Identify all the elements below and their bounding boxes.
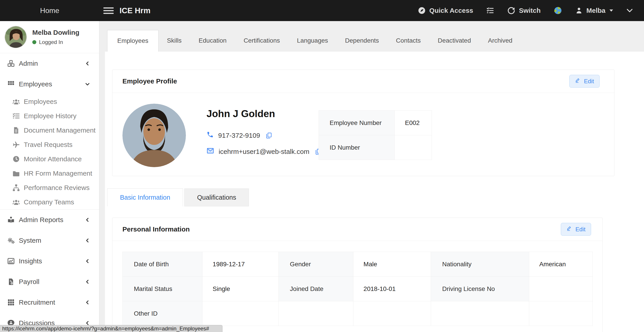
- field-label: Other ID: [123, 301, 202, 326]
- employee-photo: [122, 104, 186, 167]
- sidebar-subitem-hr-form-management[interactable]: HR Form Management: [0, 166, 99, 181]
- field-label: ID Number: [319, 135, 395, 160]
- sidebar-item-recruitment[interactable]: Recruitment: [0, 292, 99, 313]
- user-icon: [575, 7, 583, 14]
- chevron-left-icon: [85, 217, 90, 222]
- employee-phone[interactable]: 917-372-9109: [218, 132, 260, 139]
- field-label: Marital Status: [123, 277, 202, 301]
- sidebar-item-admin[interactable]: Admin: [0, 53, 99, 74]
- tab-qualifications[interactable]: Qualifications: [184, 188, 249, 206]
- logged-in-dot: [32, 40, 36, 44]
- sidebar-subitem-employee-history[interactable]: Employee History: [0, 109, 99, 123]
- field-value: Single: [202, 277, 279, 301]
- phone-icon: [206, 131, 214, 140]
- tab-employees[interactable]: Employees: [107, 30, 158, 52]
- sidebar-user-name: Melba Dowling: [32, 29, 80, 36]
- tab-panel: Employee Profile Edit John J Golden 917-…: [105, 52, 644, 332]
- employee-profile-title: Employee Profile: [122, 77, 177, 85]
- diagram-icon: [12, 184, 21, 192]
- home-link[interactable]: Home: [0, 7, 99, 15]
- logged-in-label: Logged In: [39, 39, 63, 45]
- sidebar-item-system[interactable]: System: [0, 230, 99, 251]
- field-label: Gender: [278, 252, 353, 277]
- users-icon: [12, 97, 21, 106]
- globe-puzzle-icon: [554, 6, 562, 15]
- sidebar-item-insights[interactable]: Insights: [0, 251, 99, 271]
- book-reader-icon: [7, 216, 15, 224]
- field-value: [395, 135, 432, 160]
- language-globe-button[interactable]: [554, 6, 562, 15]
- tasks-button[interactable]: [486, 7, 494, 15]
- employee-id-table: Employee Number E002 ID Number: [319, 110, 432, 160]
- sidebar-item-admin-reports[interactable]: Admin Reports: [0, 209, 99, 230]
- sidebar-item-employees[interactable]: Employees: [0, 74, 99, 94]
- topbar: Home ICE Hrm Quick Access Switch Melba: [0, 0, 644, 21]
- edit-personal-information-button[interactable]: Edit: [561, 223, 591, 236]
- tab-skills[interactable]: Skills: [158, 30, 190, 52]
- tab-dependents[interactable]: Dependents: [336, 30, 388, 52]
- sidebar-subitem-document-management[interactable]: Document Management: [0, 123, 99, 138]
- employee-email[interactable]: icehrm+user1@web-stalk.com: [219, 148, 310, 155]
- field-value: Male: [354, 252, 431, 277]
- edit-profile-button[interactable]: Edit: [569, 75, 600, 88]
- plane-icon: [12, 141, 21, 149]
- app-title: ICE Hrm: [120, 6, 150, 15]
- file-icon: [12, 127, 21, 134]
- field-label: Employee Number: [319, 111, 395, 135]
- gears-icon: [7, 236, 15, 244]
- tab-deactivated[interactable]: Deactivated: [429, 30, 480, 52]
- personal-information-table: Date of Birth 1989-12-17 Gender Male Nat…: [122, 252, 593, 326]
- table-row: Other ID: [123, 301, 593, 326]
- grid-icon: [7, 80, 15, 88]
- table-row: Employee Number E002: [319, 111, 432, 135]
- chevron-down-icon: [85, 81, 90, 87]
- list-check-icon: [486, 7, 494, 15]
- sidebar-profile: Melba Dowling Logged In: [0, 21, 99, 53]
- field-label: Driving License No: [431, 277, 529, 301]
- sidebar-subitem-monitor-attendance[interactable]: Monitor Attendance: [0, 152, 99, 166]
- tab-education[interactable]: Education: [190, 30, 235, 52]
- field-value: 2018-10-01: [354, 277, 431, 301]
- sidebar-subitem-company-teams[interactable]: Company Teams: [0, 195, 99, 209]
- field-label: [278, 301, 353, 326]
- statusbar-url: https://icehrm.com/app/demo-icehrm/?g=ad…: [2, 325, 209, 332]
- chevron-left-icon: [85, 258, 90, 264]
- user-menu[interactable]: Melba: [575, 7, 613, 14]
- chevron-left-icon: [85, 238, 90, 243]
- field-value: 1989-12-17: [202, 252, 279, 277]
- chevron-down-icon: [626, 7, 633, 14]
- field-label: [431, 301, 529, 326]
- cubes-icon: [7, 60, 15, 67]
- tab-languages[interactable]: Languages: [288, 30, 336, 52]
- copy-phone-icon[interactable]: [266, 132, 272, 139]
- users-icon: [12, 198, 21, 206]
- main-content: Employees Skills Education Certification…: [99, 21, 644, 332]
- field-value: [529, 277, 593, 301]
- compass-icon: [418, 7, 426, 15]
- field-label: Date of Birth: [123, 252, 202, 277]
- switch-button[interactable]: Switch: [507, 7, 541, 15]
- sidebar-item-payroll[interactable]: Payroll: [0, 271, 99, 292]
- list-check-icon: [12, 112, 21, 120]
- table-row: ID Number: [319, 135, 432, 160]
- detail-tabs: Basic Information Qualifications: [107, 188, 644, 206]
- sidebar-subitem-travel-requests[interactable]: Travel Requests: [0, 138, 99, 152]
- table-row: Date of Birth 1989-12-17 Gender Male Nat…: [123, 252, 593, 277]
- tab-basic-information[interactable]: Basic Information: [107, 188, 183, 206]
- sidebar-subitem-performance-reviews[interactable]: Performance Reviews: [0, 181, 99, 195]
- sidebar-subitem-employees[interactable]: Employees: [0, 94, 99, 109]
- chevron-left-icon: [85, 61, 90, 66]
- personal-information-card: Personal Information Edit Date of Birth …: [112, 218, 602, 332]
- personal-information-title: Personal Information: [122, 225, 190, 233]
- hamburger-menu-icon[interactable]: [103, 6, 114, 16]
- collapse-topbar-button[interactable]: [626, 7, 633, 14]
- module-tabs: Employees Skills Education Certification…: [99, 21, 644, 52]
- field-value: American: [529, 252, 593, 277]
- tab-certifications[interactable]: Certifications: [235, 30, 288, 52]
- quick-access-button[interactable]: Quick Access: [418, 7, 473, 15]
- tab-archived[interactable]: Archived: [480, 30, 521, 52]
- tab-contacts[interactable]: Contacts: [388, 30, 430, 52]
- field-label: Joined Date: [278, 277, 353, 301]
- pencil-icon: [575, 78, 581, 85]
- link-preview-statusbar: https://icehrm.com/app/demo-icehrm/?g=ad…: [0, 325, 222, 332]
